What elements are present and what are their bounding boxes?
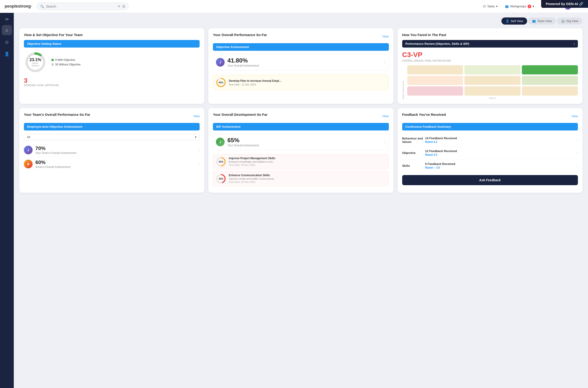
perf-view-link[interactable]: View — [382, 35, 389, 38]
logo: peoplestrong· — [5, 3, 32, 9]
member-chevron-2: › — [198, 162, 200, 166]
view-toggle: 👤 Self View 👥 Team View 🏢 Org View — [19, 18, 583, 24]
self-view-button[interactable]: 👤 Self View — [501, 18, 527, 24]
objective-setting-title: View & Set Objective For Your Team — [24, 33, 200, 37]
legend-dot-gray — [51, 63, 54, 66]
team-view-link[interactable]: View — [193, 114, 200, 118]
heatmap-cell — [407, 86, 463, 96]
clear-icon[interactable]: ✕ — [117, 4, 120, 8]
sidebar-item-people[interactable]: 👤 — [2, 49, 12, 59]
objective-setting-card: View & Set Objective For Your Team Objec… — [19, 28, 204, 104]
heatmap-row-1 — [407, 65, 578, 74]
idp-goal-label-2: 45% — [219, 178, 223, 180]
sidebar: ≫ ⌂ ◎ 👤 — [0, 13, 14, 388]
team-card-header: Your Team's Overall Performance So Far V… — [24, 113, 200, 120]
overall-development-card: Your Overall Development So Far View IDP… — [208, 108, 393, 193]
team-member-avatar-1: J — [24, 146, 33, 154]
idp-goal-info-1: Improve Project Management Skills Enhanc… — [229, 157, 275, 166]
heatmap-cell — [522, 76, 578, 85]
fared-card-title: How You Fared In The Past — [402, 33, 578, 37]
sidebar-item-objectives[interactable]: ◎ — [2, 37, 12, 47]
team-member-row-1[interactable]: J 70% Your Team's Overall Achievement › — [24, 143, 200, 157]
feedback-detail-objective: 12 Feedback Received Rated 3.5 — [425, 149, 577, 156]
dev-section-bar: IDP Achievement — [213, 123, 389, 130]
navbar: peoplestrong· 🔍 ✕ ⊞ ☑ Tasks ▾ 👥 Workgrou… — [0, 0, 588, 13]
idp-goal-row-2[interactable]: 45% Enhance Communication Skills Improve… — [213, 171, 389, 186]
achievement-row[interactable]: J 41.80% Your Overall Achievement › — [213, 54, 389, 70]
goal-due: Due Date : 12 Dec 2023 — [229, 83, 281, 86]
goal-progress-row[interactable]: 86% Develop Plan to Increase Annual Empl… — [213, 75, 389, 90]
dev-view-link[interactable]: View — [382, 114, 389, 118]
idp-goal-row-1[interactable]: 50% Improve Project Management Skills En… — [213, 154, 389, 169]
heatmap-x-label — [407, 97, 463, 99]
feedback-rating-objective: Rated 3.5 — [425, 153, 577, 156]
workgroups-button[interactable]: 👥 Workgroups 2 ▾ — [503, 4, 536, 9]
tasks-icon: ☑ — [483, 5, 486, 8]
dev-achievement-avatar: J — [216, 138, 225, 146]
team-view-button[interactable]: 👥 Team View — [528, 18, 556, 24]
dev-card-title: Your Overall Development So Far — [213, 113, 267, 117]
rating-sub: OVERALL ANNUAL FINAL RATING/SCORE — [402, 59, 578, 62]
tasks-button[interactable]: ☑ Tasks ▾ — [481, 4, 500, 9]
tasks-chevron: ▾ — [496, 5, 498, 8]
overall-performance-card: Your Overall Performance So Far View Obj… — [208, 28, 393, 104]
team-member-row-2[interactable]: A 60% Aman's Overall Achievement › — [24, 157, 200, 171]
search-bar[interactable]: 🔍 ✕ ⊞ — [37, 2, 129, 10]
org-view-button[interactable]: 🏢 Org View — [557, 18, 583, 24]
feedback-row-behaviour[interactable]: Behaviour and Values 14 Feedback Receive… — [402, 134, 578, 146]
team-dropdown[interactable]: All ▾ — [24, 134, 200, 140]
idp-goal-info-2: Enhance Communication Skills Improve ver… — [229, 174, 276, 183]
idp-goal-progress-2: 45% — [216, 174, 226, 184]
ask-feedback-button[interactable]: Ask Feedback — [402, 175, 578, 185]
feedback-card: Feedback You've Received View Continuous… — [398, 108, 583, 193]
team-member-info-2: 60% Aman's Overall Achievement — [35, 159, 71, 169]
donut-label: WITH GOALS — [29, 62, 41, 67]
feedback-card-title: Feedback You've Received — [402, 113, 446, 117]
banner-text: Powered by GEN-AI 🔗 — [546, 2, 583, 6]
heatmap-x-label-skills: SKILLS — [464, 97, 520, 99]
member-percent-2: 60% — [35, 159, 71, 165]
feedback-view-link[interactable]: View — [571, 114, 578, 118]
dev-card-header: Your Overall Development So Far View — [213, 113, 389, 120]
member-label-2: Aman's Overall Achievement — [35, 165, 71, 169]
pending-num: 3 — [24, 77, 200, 84]
search-input[interactable] — [46, 5, 116, 8]
heatmap-x-label — [522, 97, 578, 99]
idp-goal-progress-1: 50% — [216, 157, 226, 167]
feedback-chevron-objective: › — [577, 151, 578, 155]
feedback-count-objective: 12 Feedback Received — [425, 149, 577, 153]
member-percent-1: 70% — [35, 146, 76, 151]
legend-dot-green — [51, 59, 54, 61]
sidebar-item-home[interactable]: ⌂ — [2, 25, 12, 35]
team-section-bar: Employee-wise Objective Achievement — [24, 123, 200, 130]
feedback-row-skills[interactable]: Skills 5 Feedback Received Rated -- 3.5 … — [402, 159, 578, 172]
member-chevron-1: › — [198, 148, 200, 152]
filter-icon[interactable]: ⊞ — [122, 4, 125, 8]
feedback-chevron-skills: › — [577, 164, 578, 168]
legend-with-objective: 9 With Objective — [51, 58, 81, 62]
legend-without-objective: 30 Without Objective — [51, 63, 81, 66]
pending-label: PENDING GOAL APPROVAL — [24, 84, 200, 87]
feedback-rating-behaviour: Rated 4.2 — [425, 140, 577, 144]
dev-achievement-info: 65% Your Overall Achievement — [227, 137, 259, 147]
feedback-row-objective[interactable]: Objective 12 Feedback Received Rated 3.5… — [402, 146, 578, 159]
heatmap-cell — [464, 76, 520, 85]
feedback-category-behaviour: Behaviour and Values — [402, 137, 425, 144]
donut-center: 23.1% WITH GOALS — [29, 58, 41, 67]
heatmap-cell — [407, 76, 463, 85]
idp-goal-label-1: 50% — [219, 161, 223, 163]
achievement-avatar: J — [216, 58, 225, 67]
feedback-category-objective: Objective — [402, 151, 425, 155]
feedback-detail-behaviour: 14 Feedback Received Rated 4.2 — [425, 136, 577, 144]
donut-percent: 23.1% — [29, 58, 41, 62]
workgroups-icon: 👥 — [505, 5, 509, 8]
team-member-info-1: 70% Your Team's Overall Achievement — [35, 146, 76, 155]
perf-review-bar[interactable]: Performance Review (Objective, Skills & … — [402, 40, 578, 48]
how-you-fared-card: How You Fared In The Past Performance Re… — [398, 28, 583, 104]
team-member-avatar-2: A — [24, 160, 33, 168]
feedback-count-skills: 5 Feedback Received — [425, 162, 577, 166]
dev-achievement-row[interactable]: J 65% Your Overall Achievement › — [213, 134, 389, 150]
sidebar-toggle[interactable]: ≫ — [3, 15, 11, 23]
team-performance-card: Your Team's Overall Performance So Far V… — [19, 108, 204, 193]
heatmap-cell — [464, 65, 520, 74]
